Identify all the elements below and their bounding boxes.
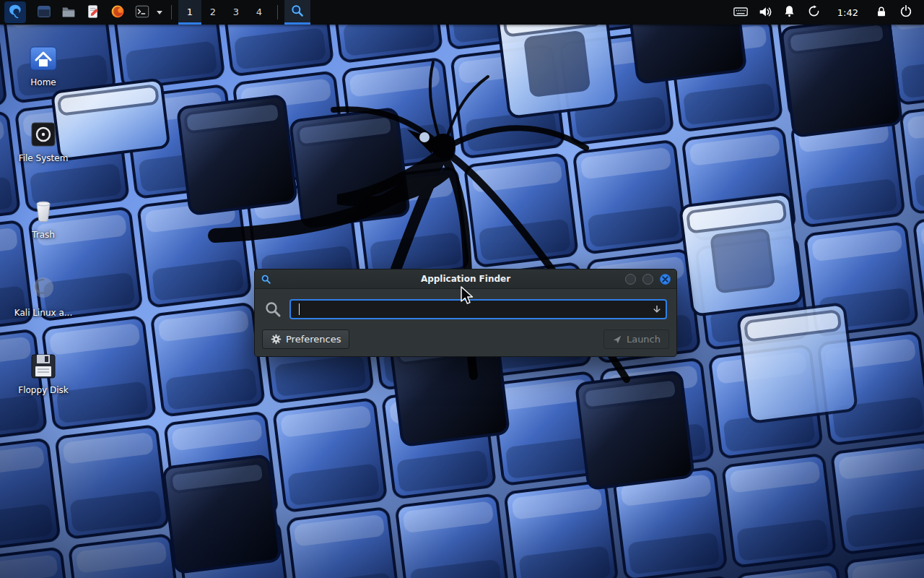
taskbar-application-finder[interactable] (284, 0, 310, 25)
kali-linux-ghosted-icon (27, 272, 60, 306)
application-finder-icon (290, 4, 305, 20)
desktop-icon-label: Home (30, 77, 56, 87)
desktop-icon-label: Kali Linux a... (14, 308, 72, 318)
firefox-icon (110, 4, 126, 22)
file-manager-folder-icon (61, 4, 77, 22)
desktop-icon-home[interactable]: Home (4, 42, 83, 87)
search-input[interactable] (289, 299, 667, 319)
kali-menu-button[interactable] (4, 1, 26, 23)
launch-icon (612, 335, 622, 345)
clock[interactable]: 1:42 (833, 7, 863, 19)
gear-icon (271, 334, 282, 345)
workspace-4[interactable]: 4 (248, 0, 271, 25)
launcher-firefox[interactable] (107, 1, 128, 23)
trash-icon (27, 194, 60, 228)
application-finder-window: Application Finder (254, 269, 677, 357)
file-system-icon (27, 118, 60, 151)
search-field-wrapper (289, 299, 667, 319)
desktop-icon-kali-linux[interactable]: Kali Linux a... (4, 272, 83, 318)
launcher-text-editor[interactable] (82, 1, 104, 23)
keyboard-icon (733, 4, 749, 22)
volume-icon (757, 4, 773, 22)
panel-launchers: 1 2 3 4 (0, 0, 310, 25)
logout-icon (898, 4, 914, 22)
desktop-icon-floppy-disk[interactable]: Floppy Disk (4, 350, 83, 395)
window-title: Application Finder (255, 274, 676, 284)
close-icon (662, 276, 668, 282)
lock-tray-button[interactable] (871, 2, 892, 22)
finder-body (255, 289, 676, 329)
desktop-icon-file-system[interactable]: File System (4, 118, 83, 163)
logout-tray-button[interactable] (896, 2, 916, 22)
notifications-bell-icon (782, 4, 797, 21)
panel-separator (277, 5, 278, 20)
workspace-1[interactable]: 1 (178, 0, 201, 25)
chevron-down-icon (157, 11, 162, 14)
desktop-icon-label: Floppy Disk (18, 385, 69, 395)
keyboard-tray-button[interactable] (731, 2, 751, 22)
files-window-icon (36, 4, 52, 22)
dropdown-arrow-icon[interactable] (652, 304, 662, 314)
window-titlebar[interactable]: Application Finder (255, 269, 676, 289)
workspace-switcher: 1 2 3 4 (178, 0, 271, 25)
workspace-3[interactable]: 3 (225, 0, 248, 25)
terminal-dropdown-button[interactable] (154, 1, 165, 23)
lock-icon (874, 4, 889, 21)
updates-icon (806, 4, 821, 21)
launch-button[interactable]: Launch (603, 329, 669, 349)
launcher-file-manager[interactable] (58, 1, 79, 23)
panel-separator (171, 5, 172, 20)
preferences-label: Preferences (286, 334, 341, 345)
finder-footer: Preferences Launch (255, 329, 676, 356)
updates-tray-button[interactable] (804, 2, 824, 22)
notifications-tray-button[interactable] (780, 2, 800, 22)
panel-tray: 1:42 (728, 0, 924, 25)
workspace-2[interactable]: 2 (201, 0, 225, 25)
launch-label: Launch (627, 334, 661, 345)
top-panel: 1 2 3 4 (0, 0, 924, 25)
text-editor-icon (85, 4, 101, 22)
minimize-button[interactable] (625, 274, 636, 285)
volume-tray-button[interactable] (755, 2, 775, 22)
home-icon (27, 42, 60, 75)
window-titlebar-icon (261, 274, 271, 285)
maximize-button[interactable] (642, 274, 653, 285)
desktop-icon-trash[interactable]: Trash (4, 194, 83, 240)
launcher-terminal[interactable] (131, 1, 153, 23)
search-icon (264, 301, 282, 318)
launcher-files-window[interactable] (33, 1, 55, 23)
kali-logo-icon (7, 4, 23, 22)
preferences-button[interactable]: Preferences (262, 329, 349, 349)
desktop-icon-label: File System (19, 153, 69, 163)
terminal-icon (134, 4, 150, 22)
desktop-icon-label: Trash (32, 230, 55, 240)
floppy-disk-icon (27, 350, 60, 383)
close-button[interactable] (660, 274, 671, 285)
